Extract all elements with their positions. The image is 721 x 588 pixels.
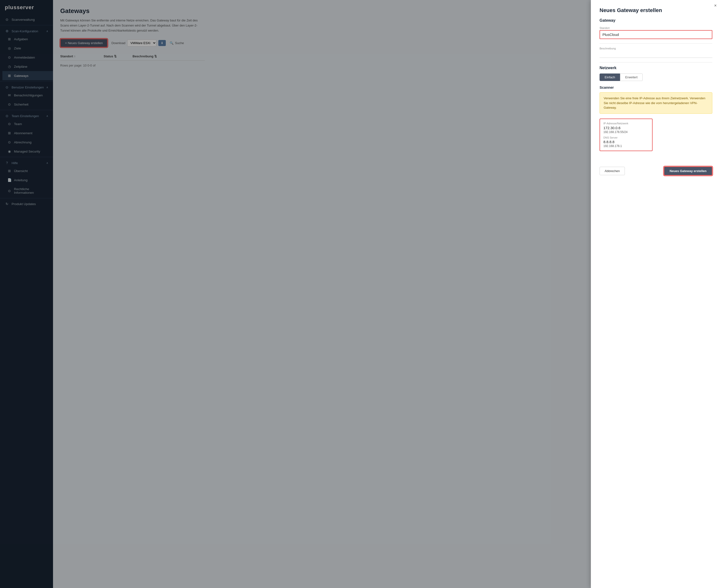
modal-close-button[interactable]: × [714,3,717,8]
dns-value: 8.8.8.8 [603,140,649,144]
ip-address-box: IP-Adresse/Netzwerk 172.30.0.6 192.168.1… [599,119,653,151]
modal-title: Neues Gateway erstellen [599,7,712,14]
modal: × Neues Gateway erstellen Gateway Stando… [591,0,721,588]
beschreibung-form-group: Beschreibung [599,47,712,58]
tab-einfach[interactable]: Einfach [599,74,620,81]
network-tab-group: Einfach Erweitert [599,74,712,81]
standort-input[interactable] [599,30,712,39]
warning-box: Verwenden Sie eine freie IP-Adresse aus … [599,92,712,114]
cancel-button[interactable]: Abbrechen [599,167,625,175]
beschreibung-input[interactable] [599,50,712,58]
submit-button[interactable]: Neues Gateway erstellen [664,167,712,175]
modal-overlay: × Neues Gateway erstellen Gateway Stando… [0,0,721,588]
dns-label: DNS Server [603,136,649,139]
ip-address-sub: 192.168.178.55/24 [603,130,649,134]
dns-sub: 192.168.178.1 [603,144,649,148]
tab-erweitert[interactable]: Erweitert [620,74,642,81]
beschreibung-label: Beschreibung [599,47,712,50]
form-divider-1 [599,43,712,44]
gateway-section-title: Gateway [599,18,712,23]
modal-footer: Abbrechen Neues Gateway erstellen [599,163,712,175]
scanner-section-title: Scanner [599,85,712,89]
standort-form-group: Standort [599,26,712,39]
standort-label: Standort [599,26,712,29]
ip-address-value: 172.30.0.6 [603,126,649,130]
network-section-title: Netzwerk [599,66,712,70]
ip-address-label: IP-Adresse/Netzwerk [603,122,649,125]
